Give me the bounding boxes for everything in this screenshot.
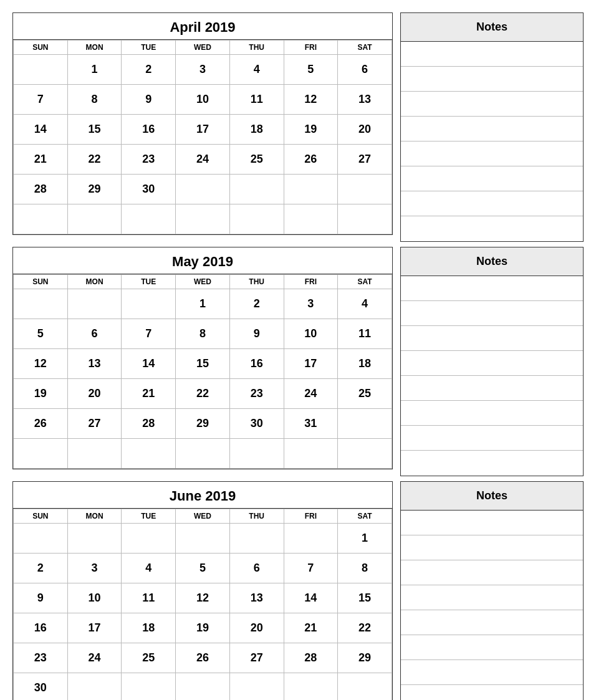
calendar-day-cell: 10 <box>176 85 230 115</box>
calendar-day-cell: 20 <box>338 115 392 145</box>
calendar-day-cell: 10 <box>67 583 122 613</box>
calendar-day-cell: 18 <box>122 613 176 643</box>
page-container: April 2019SUNMONTUEWEDTHUFRISAT123456789… <box>6 6 590 700</box>
calendar-week-row: 19202122232425 <box>14 379 392 409</box>
day-header-thu: THU <box>229 41 284 55</box>
calendar-day-cell <box>67 439 122 469</box>
calendar-day-cell <box>229 439 284 469</box>
notes-header-3: Notes <box>401 482 583 511</box>
calendar-title-1: April 2019 <box>13 13 392 40</box>
calendar-day-cell: 29 <box>67 175 122 204</box>
day-header-sat: SAT <box>338 509 392 524</box>
notes-line <box>401 191 583 216</box>
notes-line <box>401 117 583 141</box>
calendar-day-cell: 21 <box>14 145 68 175</box>
calendar-day-cell: 8 <box>67 85 122 115</box>
day-header-sun: SUN <box>14 509 68 524</box>
month-row-2: May 2019SUNMONTUEWEDTHUFRISAT12345678910… <box>12 247 584 476</box>
calendar-day-cell <box>176 175 230 204</box>
calendar-day-cell: 6 <box>67 319 122 349</box>
calendar-day-cell <box>67 289 122 319</box>
calendar-day-cell: 25 <box>229 145 284 175</box>
calendar-day-cell: 28 <box>14 175 68 204</box>
calendar-day-cell <box>122 673 176 701</box>
calendar-day-cell: 6 <box>338 55 392 85</box>
calendar-day-cell <box>229 673 284 701</box>
calendar-day-cell: 11 <box>338 319 392 349</box>
calendar-day-cell: 19 <box>284 115 338 145</box>
calendar-day-cell: 9 <box>14 583 68 613</box>
calendar-day-cell: 6 <box>229 554 284 583</box>
calendar-day-cell <box>338 175 392 204</box>
calendar-day-cell <box>338 673 392 701</box>
calendar-day-cell: 7 <box>284 554 338 583</box>
day-header-sun: SUN <box>14 275 68 289</box>
day-header-tue: TUE <box>122 509 176 524</box>
calendar-day-cell: 23 <box>122 145 176 175</box>
calendar-day-cell: 25 <box>122 643 176 673</box>
calendar-day-cell: 2 <box>229 289 284 319</box>
calendar-day-cell <box>229 175 284 204</box>
calendar-day-cell: 9 <box>122 85 176 115</box>
calendar-week-row <box>14 439 392 469</box>
calendar-day-cell: 20 <box>67 379 122 409</box>
notes-line <box>401 635 583 660</box>
notes-header-1: Notes <box>401 13 583 42</box>
notes-line <box>401 67 583 92</box>
calendar-day-cell <box>176 439 230 469</box>
calendar-day-cell: 3 <box>284 289 338 319</box>
calendar-day-cell: 21 <box>122 379 176 409</box>
calendar-day-cell: 16 <box>229 349 284 379</box>
calendar-day-cell: 30 <box>229 409 284 439</box>
calendar-day-cell: 27 <box>338 145 392 175</box>
calendar-day-cell: 13 <box>338 85 392 115</box>
calendar-week-row: 78910111213 <box>14 85 392 115</box>
calendar-day-cell <box>284 673 338 701</box>
calendar-week-row: 16171819202122 <box>14 613 392 643</box>
calendar-day-cell: 30 <box>122 175 176 204</box>
calendar-day-cell: 17 <box>67 613 122 643</box>
calendar-day-cell: 1 <box>176 289 230 319</box>
month-row-3: June 2019SUNMONTUEWEDTHUFRISAT1234567891… <box>12 481 584 700</box>
notes-line <box>401 401 583 426</box>
calendar-day-cell <box>67 204 122 234</box>
calendar-day-cell <box>284 204 338 234</box>
day-header-thu: THU <box>229 509 284 524</box>
notes-line <box>401 141 583 166</box>
calendar-day-cell: 26 <box>284 145 338 175</box>
notes-header-2: Notes <box>401 247 583 276</box>
calendar-day-cell: 22 <box>67 145 122 175</box>
calendar-day-cell <box>176 204 230 234</box>
calendar-day-cell: 27 <box>67 409 122 439</box>
calendar-day-cell: 15 <box>176 349 230 379</box>
notes-line <box>401 451 583 476</box>
calendar-day-cell: 12 <box>14 349 68 379</box>
calendar-grid-1: SUNMONTUEWEDTHUFRISAT1234567891011121314… <box>13 40 392 234</box>
calendar-day-cell <box>338 409 392 439</box>
notes-line <box>401 660 583 685</box>
calendar-day-cell <box>229 204 284 234</box>
calendar-day-cell: 28 <box>122 409 176 439</box>
calendar-day-cell: 8 <box>338 554 392 583</box>
notes-line <box>401 326 583 351</box>
calendar-day-cell: 19 <box>176 613 230 643</box>
day-header-fri: FRI <box>284 275 338 289</box>
calendar-day-cell: 17 <box>284 349 338 379</box>
calendar-day-cell: 7 <box>14 85 68 115</box>
day-header-sat: SAT <box>338 41 392 55</box>
calendar-day-cell: 11 <box>122 583 176 613</box>
calendar-day-cell <box>338 439 392 469</box>
calendar-week-row: 14151617181920 <box>14 115 392 145</box>
calendar-day-cell: 5 <box>176 554 230 583</box>
calendar-day-cell: 4 <box>229 55 284 85</box>
notes-line <box>401 376 583 401</box>
day-header-tue: TUE <box>122 41 176 55</box>
day-header-wed: WED <box>176 41 230 55</box>
calendar-title-2: May 2019 <box>13 247 392 274</box>
calendar-day-cell: 16 <box>122 115 176 145</box>
calendar-grid-3: SUNMONTUEWEDTHUFRISAT1234567891011121314… <box>13 509 392 700</box>
calendar-day-cell <box>14 524 68 554</box>
notes-line <box>401 585 583 610</box>
calendar-day-cell: 24 <box>284 379 338 409</box>
calendar-day-cell: 9 <box>229 319 284 349</box>
